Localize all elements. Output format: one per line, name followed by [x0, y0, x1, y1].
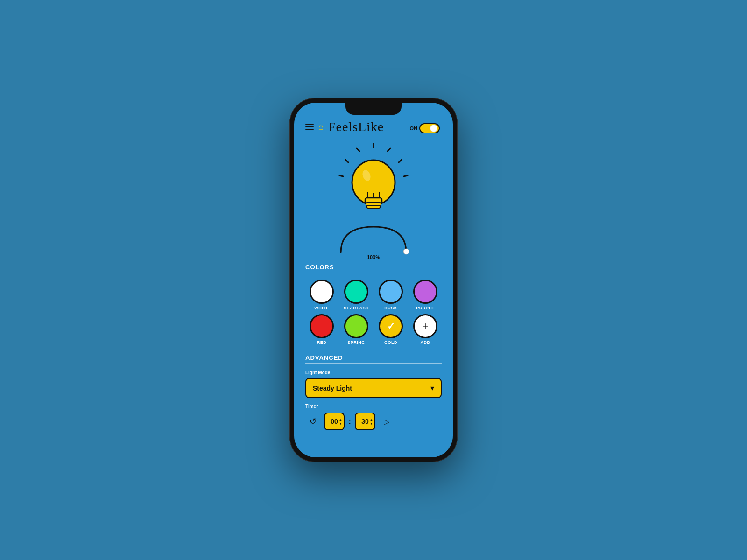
svg-point-15: [403, 249, 409, 254]
timer-colon: :: [348, 417, 351, 427]
svg-line-3: [357, 148, 359, 151]
colors-divider: [305, 273, 442, 273]
svg-line-4: [345, 160, 348, 162]
color-item-seaglass[interactable]: SEAGLASS: [340, 280, 373, 310]
color-circle-seaglass[interactable]: [344, 280, 368, 304]
color-item-gold[interactable]: ✓ GOLD: [374, 314, 407, 345]
timer-hours-value: 00: [331, 418, 338, 425]
dropdown-arrow-icon: ▾: [430, 384, 434, 392]
timer-reset-button[interactable]: ↺: [305, 414, 320, 429]
color-item-dusk[interactable]: DUSK: [374, 280, 407, 310]
timer-hours-down-arrow: ▼: [339, 422, 342, 425]
svg-line-2: [399, 160, 402, 162]
phone-screen: ⌂ FeelsLike ON: [294, 103, 453, 457]
color-label-red: RED: [317, 340, 327, 345]
timer-minutes-up-arrow: ▲: [370, 418, 373, 421]
timer-hours-up-arrow: ▲: [339, 418, 342, 421]
bulb-wrapper: 100%: [331, 143, 416, 260]
screen-content: ⌂ FeelsLike ON: [294, 103, 453, 457]
color-label-dusk: DUSK: [384, 306, 397, 310]
timer-minutes-value: 30: [361, 418, 369, 425]
add-icon: +: [423, 321, 429, 331]
color-item-add[interactable]: + ADD: [409, 314, 442, 345]
app-title: FeelsLike: [328, 119, 384, 134]
svg-line-5: [404, 175, 408, 176]
color-item-purple[interactable]: PURPLE: [409, 280, 442, 310]
toggle-label: ON: [410, 126, 418, 131]
advanced-divider: [305, 363, 442, 364]
color-circle-red[interactable]: [310, 314, 334, 338]
bulb-svg: [331, 143, 416, 224]
color-label-seaglass: SEAGLASS: [344, 306, 369, 310]
timer-hours-input[interactable]: 00 ▲ ▼: [324, 413, 345, 430]
advanced-title: ADVANCED: [305, 354, 442, 361]
color-item-red[interactable]: RED: [305, 314, 338, 345]
brightness-arc-svg: [338, 224, 409, 255]
notch: [345, 103, 402, 115]
colors-section-header: COLORS: [305, 264, 442, 273]
colors-grid: WHITE SEAGLASS DUSK PURPLE RED: [305, 280, 442, 345]
timer-label: Timer: [305, 404, 442, 409]
bulb-area: 100%: [305, 143, 442, 260]
color-circle-white[interactable]: [310, 280, 334, 304]
timer-minutes-down-arrow: ▼: [370, 422, 373, 425]
color-label-purple: PURPLE: [416, 306, 435, 310]
selected-checkmark: ✓: [387, 321, 395, 332]
power-toggle-area: ON: [410, 123, 440, 133]
light-mode-dropdown[interactable]: Steady Light ▾: [305, 378, 442, 398]
home-icon[interactable]: ⌂: [318, 122, 324, 132]
app-header: ⌂ FeelsLike ON: [305, 119, 442, 134]
light-mode-value: Steady Light: [313, 385, 352, 392]
timer-hours-arrows: ▲ ▼: [339, 418, 342, 425]
color-circle-purple[interactable]: [413, 280, 437, 304]
svg-line-6: [339, 175, 343, 176]
brightness-control[interactable]: 100%: [338, 224, 409, 260]
color-circle-spring[interactable]: [344, 314, 368, 338]
power-toggle[interactable]: [419, 123, 440, 133]
timer-play-button[interactable]: ▷: [379, 414, 394, 429]
menu-button[interactable]: [305, 124, 314, 130]
color-circle-gold[interactable]: ✓: [379, 314, 403, 338]
svg-line-1: [388, 148, 390, 151]
color-label-add: ADD: [421, 340, 430, 345]
color-label-gold: GOLD: [384, 340, 397, 345]
color-label-white: WHITE: [314, 306, 329, 310]
brightness-label: 100%: [367, 254, 380, 260]
advanced-section: ADVANCED Light Mode Steady Light ▾ Timer…: [305, 354, 442, 430]
color-item-white[interactable]: WHITE: [305, 280, 338, 310]
advanced-section-header: ADVANCED: [305, 354, 442, 364]
phone-frame: ⌂ FeelsLike ON: [289, 98, 458, 462]
color-circle-add[interactable]: +: [413, 314, 437, 338]
timer-minutes-input[interactable]: 30 ▲ ▼: [355, 413, 375, 430]
timer-row: ↺ 00 ▲ ▼ : 30 ▲ ▼: [305, 413, 442, 430]
color-label-spring: SPRING: [347, 340, 365, 345]
toggle-knob: [430, 125, 437, 132]
colors-title: COLORS: [305, 264, 442, 271]
timer-minutes-arrows: ▲ ▼: [370, 418, 373, 425]
svg-rect-10: [367, 205, 380, 208]
color-circle-dusk[interactable]: [379, 280, 403, 304]
color-item-spring[interactable]: SPRING: [340, 314, 373, 345]
light-mode-label: Light Mode: [305, 370, 442, 375]
